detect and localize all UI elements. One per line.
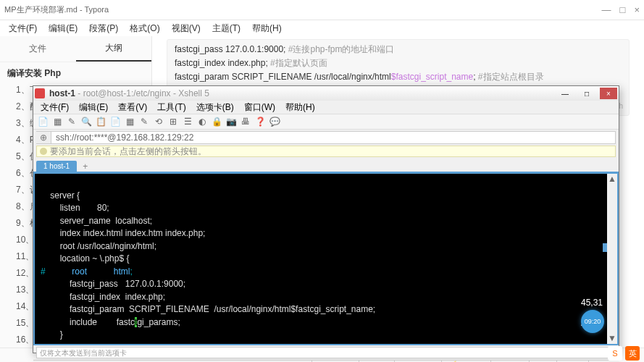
- menu-item[interactable]: 工具(T): [153, 101, 190, 114]
- term-line: listen 80;: [41, 203, 109, 213]
- menu-item[interactable]: 帮助(H): [281, 101, 319, 114]
- toolbar-icon[interactable]: ⊞: [168, 117, 178, 127]
- toolbar-icon[interactable]: ▦: [125, 117, 135, 127]
- toolbar-icon[interactable]: ❓: [255, 117, 265, 127]
- toolbar-icon[interactable]: 🔍: [81, 117, 91, 127]
- toolbar-icon[interactable]: ▦: [52, 117, 62, 127]
- tray-icon[interactable]: 英: [625, 346, 640, 361]
- menu-item[interactable]: 帮助(H): [248, 21, 286, 36]
- typora-titlebar: MP生产环境部署.md - Typora — □ ×: [0, 0, 644, 20]
- maximize-button[interactable]: □: [578, 88, 595, 99]
- term-line: root /usr/local/nginx/html;: [41, 241, 156, 251]
- code-comment: #指定站点根目录: [478, 72, 544, 82]
- menu-item[interactable]: 格式(O): [125, 21, 164, 36]
- term-line: gi_params;: [137, 317, 180, 327]
- close-button[interactable]: ×: [600, 88, 617, 99]
- term-line: }: [41, 329, 63, 340]
- tray-icons: S英: [608, 346, 640, 361]
- hint-bar: 要添加当前会话，点击左侧的箭头按钮。: [36, 146, 616, 157]
- toolbar-icon[interactable]: 📄: [110, 117, 120, 127]
- toolbar-icon[interactable]: 💬: [269, 117, 280, 127]
- toolbar-icon[interactable]: ✎: [139, 117, 149, 127]
- term-line: fastcgi_pass 127.0.0.1:9000;: [41, 279, 185, 289]
- hint-text: 要添加当前会话，点击左侧的箭头按钮。: [50, 146, 206, 158]
- term-line: server {: [41, 190, 80, 201]
- session-tab-host1[interactable]: 1 host-1: [36, 161, 77, 172]
- xshell-app-icon: [35, 88, 45, 98]
- tab-outline[interactable]: 大纲: [76, 36, 152, 62]
- term-line: fastcgi_index index.php;: [41, 292, 165, 302]
- menu-item[interactable]: 窗口(W): [240, 101, 280, 114]
- code-text: fastcgi_pass 127.0.0.1:9000;: [175, 44, 288, 54]
- toolbar-icon[interactable]: 🔒: [212, 117, 222, 127]
- term-comment: #: [41, 266, 72, 277]
- minimize-icon[interactable]: —: [602, 5, 611, 14]
- toolbar-icon[interactable]: 🖶: [241, 117, 251, 127]
- term-comment: ;: [130, 266, 132, 277]
- menu-item[interactable]: 选项卡(B): [192, 101, 238, 114]
- scrollbar[interactable]: ▲▼: [607, 174, 617, 344]
- toolbar-icon[interactable]: 📋: [96, 117, 106, 127]
- xshell-title-main: host-1: [49, 88, 75, 98]
- menu-item[interactable]: 编辑(E): [44, 21, 82, 36]
- xshell-menubar: 文件(F)编辑(E)查看(V)工具(T)选项卡(B)窗口(W)帮助(H): [33, 101, 619, 114]
- term-line: location ~ \.php$ {: [41, 253, 129, 264]
- xshell-window: host-1 - root@host-1:/etc/nginx - Xshell…: [33, 85, 619, 353]
- menu-item[interactable]: 段落(P): [85, 21, 122, 36]
- addr-add-icon[interactable]: ⊕: [36, 132, 51, 143]
- term-line: server_name localhost;: [41, 216, 152, 226]
- code-text: fastcgi_param SCRIPT_FILENAME /usr/local…: [175, 72, 391, 82]
- addr-text: ssh://root:****@192.168.182.129:22: [56, 132, 193, 143]
- toolbar-icon[interactable]: 📄: [38, 117, 48, 127]
- new-tab-button[interactable]: +: [78, 161, 92, 172]
- typora-title-text: MP生产环境部署.md - Typora: [4, 4, 109, 15]
- xshell-title-text: host-1 - root@host-1:/etc/nginx - Xshell…: [49, 88, 552, 98]
- toolbar-icon[interactable]: 📷: [226, 117, 236, 127]
- menu-item[interactable]: 编辑(E): [75, 101, 112, 114]
- close-icon[interactable]: ×: [634, 5, 640, 14]
- tab-files[interactable]: 文件: [0, 37, 76, 61]
- term-line: include fastc: [41, 317, 135, 327]
- maximize-icon[interactable]: □: [620, 5, 626, 14]
- minimize-button[interactable]: —: [556, 88, 574, 99]
- xshell-title-sub: - root@host-1:/etc/nginx - Xshell 5: [75, 88, 209, 98]
- session-tabs: 1 host-1 +: [33, 159, 619, 172]
- toolbar-icon[interactable]: ✎: [67, 117, 77, 127]
- code-text: fastcgi_index index.php;: [175, 58, 270, 68]
- typora-menubar: 文件(F)编辑(E)段落(P)格式(O)视图(V)主题(T)帮助(H): [0, 20, 644, 36]
- info-icon: [40, 148, 47, 155]
- xshell-titlebar[interactable]: host-1 - root@host-1:/etc/nginx - Xshell…: [33, 86, 619, 101]
- toolbar-icon[interactable]: ◐: [197, 117, 207, 127]
- menu-item[interactable]: 文件(F): [4, 21, 41, 36]
- code-comment: #连接php-fpm的地址和端口: [288, 44, 395, 54]
- toolbar-icon[interactable]: ☰: [183, 117, 193, 127]
- term-keyword: root html: [72, 266, 130, 277]
- term-line: index index.html index.htm index.php;: [41, 228, 205, 238]
- code-var: $fastcgi_script_name: [391, 72, 473, 82]
- menu-item[interactable]: 文件(F): [36, 101, 73, 114]
- time-badge[interactable]: 09:20: [581, 310, 604, 333]
- code-text: ;: [473, 72, 478, 82]
- cursor-pos: 45,31: [581, 298, 603, 308]
- terminal[interactable]: server { listen 80; server_name localhos…: [33, 172, 619, 345]
- xshell-toolbar: 📄▦✎🔍📋📄▦✎⟲⊞☰◐🔒📷🖶❓💬: [33, 114, 619, 130]
- outline-item[interactable]: 编译安装 Php: [0, 65, 151, 82]
- address-bar[interactable]: ⊕ ssh://root:****@192.168.182.129:22: [36, 131, 616, 144]
- code-comment: #指定默认页面: [270, 58, 327, 68]
- tray-icon[interactable]: S: [608, 346, 622, 361]
- menu-item[interactable]: 主题(T): [208, 21, 245, 36]
- toolbar-icon[interactable]: ⟲: [154, 117, 164, 127]
- term-line: fastcgi_param SCRIPT_FILENAME /usr/local…: [41, 304, 375, 314]
- menu-item[interactable]: 视图(V): [167, 21, 205, 36]
- send-bar[interactable]: 仅将文本发送到当前选项卡: [36, 347, 616, 358]
- menu-item[interactable]: 查看(V): [114, 101, 151, 114]
